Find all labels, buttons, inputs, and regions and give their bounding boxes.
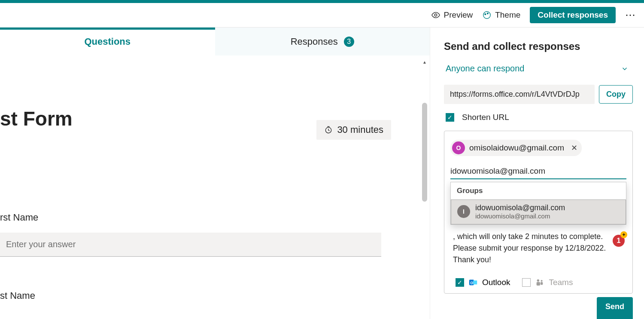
checkbox-checked-icon: ✓ [446, 113, 454, 122]
teams-icon [535, 278, 544, 287]
theme-label: Theme [495, 10, 520, 20]
theme-button[interactable]: Theme [482, 10, 520, 20]
shorten-url-label: Shorten URL [462, 113, 509, 122]
svg-text:O: O [471, 281, 474, 285]
scroll-thumb[interactable] [422, 103, 427, 202]
checkbox-unchecked-icon [522, 278, 531, 287]
shorten-url-toggle[interactable]: ✓ Shorten URL [444, 113, 633, 122]
email-compose-card: O omisolaidowu@gmail.com ✕ Groups I idow… [444, 131, 633, 294]
panel-title: Send and collect responses [444, 40, 633, 52]
question-2-label: st Name [0, 290, 430, 301]
checkbox-checked-icon: ✓ [456, 278, 464, 287]
recipient-chip-email: omisolaidowu@gmail.com [469, 143, 564, 153]
recipient-input[interactable] [450, 162, 626, 179]
tab-questions-label: Questions [84, 36, 131, 47]
copy-url-button[interactable]: Copy [599, 85, 633, 104]
invitation-message[interactable]: , which will only take 2 minutes to comp… [450, 231, 626, 266]
clock-icon [324, 126, 333, 134]
time-limit-pill[interactable]: 30 minutes [316, 120, 391, 140]
suggestion-dropdown: Groups I idowuomisola@gmail.com idowuomi… [450, 182, 626, 225]
vertical-scrollbar[interactable]: ▲ ▼ [422, 60, 427, 318]
share-url-field[interactable]: https://forms.office.com/r/L4VtVDrDJp [444, 85, 595, 104]
scroll-up-icon[interactable]: ▲ [422, 60, 427, 65]
send-collect-panel: Send and collect responses Anyone can re… [430, 28, 644, 319]
svg-point-0 [434, 14, 437, 16]
eye-icon [431, 10, 440, 20]
question-1-label: rst Name [0, 212, 430, 223]
tab-responses-label: Responses [291, 36, 338, 47]
svg-rect-11 [541, 282, 543, 285]
suggestion-name: idowuomisola@gmail.com [475, 203, 565, 212]
suggestion-item[interactable]: I idowuomisola@gmail.com idowuomisola@gm… [451, 199, 626, 224]
form-editor-pane: Questions Responses 3 30 minutes st Form… [0, 28, 430, 319]
responses-count-badge: 3 [344, 37, 354, 47]
avatar-icon: O [452, 141, 465, 154]
suggestion-email: idowuomisola@gmail.com [475, 212, 565, 220]
outlook-option[interactable]: ✓ O Outlook [456, 278, 510, 287]
more-icon[interactable]: ⋯ [625, 9, 636, 21]
outlook-icon: O [468, 278, 478, 287]
svg-rect-10 [537, 282, 540, 285]
remove-chip-icon[interactable]: ✕ [571, 143, 577, 153]
tab-questions[interactable]: Questions [0, 28, 215, 55]
svg-point-9 [541, 280, 543, 282]
outlook-label: Outlook [482, 278, 510, 287]
top-toolbar: Preview Theme Collect responses ⋯ [0, 3, 644, 28]
collect-responses-button[interactable]: Collect responses [530, 7, 616, 23]
send-button[interactable]: Send [597, 297, 633, 319]
svg-point-1 [483, 12, 491, 19]
preview-button[interactable]: Preview [431, 10, 473, 20]
recipient-chip[interactable]: O omisolaidowu@gmail.com ✕ [450, 140, 582, 156]
chevron-down-icon [621, 65, 629, 73]
response-scope-label: Anyone can respond [446, 64, 524, 74]
question-1-input[interactable] [0, 233, 381, 257]
teams-label: Teams [549, 278, 573, 287]
teams-option[interactable]: Teams [522, 278, 573, 287]
svg-point-3 [487, 13, 489, 14]
time-limit-text: 30 minutes [337, 124, 383, 135]
palette-icon [482, 10, 492, 20]
notification-badge[interactable]: 1 [613, 235, 625, 247]
svg-point-8 [537, 279, 540, 282]
svg-rect-6 [473, 280, 477, 284]
response-scope-dropdown[interactable]: Anyone can respond [444, 63, 633, 74]
dropdown-groups-header: Groups [451, 182, 626, 199]
svg-point-2 [485, 14, 486, 15]
avatar-icon: I [457, 205, 470, 218]
tab-responses[interactable]: Responses 3 [215, 28, 430, 55]
preview-label: Preview [444, 10, 473, 20]
